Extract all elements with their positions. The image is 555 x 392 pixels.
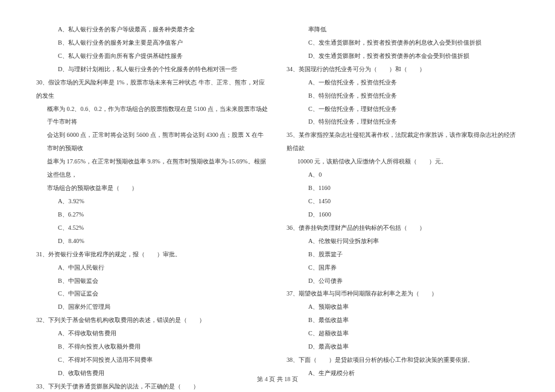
q37-opt-c: C、超额收益率 (287, 327, 519, 340)
q31-opt-b: B、中国银监会 (36, 274, 268, 288)
q32-opt-b: B、不得向投资人收取额外费用 (36, 340, 268, 353)
q29-opt-b: B、私人银行业务的服务对象主要是高净值客户 (36, 36, 268, 49)
q34: 34、英国现行的信托业务可分为（ ）和（ ） (287, 63, 519, 76)
q31-opt-d: D、国家外汇管理局 (36, 300, 268, 314)
q35-opt-a: A、0 (287, 168, 519, 182)
q34-opt-a: A、一般信托业务，投资信托业务 (287, 76, 519, 89)
q36-opt-b: B、股票篮子 (287, 248, 519, 261)
q35-line1: 35、某作家指控某杂志社侵犯其著作权，法院裁定作家胜诉，该作家取得杂志社的经济赔… (287, 128, 519, 155)
q33-opt-d: D、发生通货膨胀时，投资者投资债券的本金会受到价值折损 (287, 49, 519, 63)
q30-line5: 市场组合的预期收益率是（ ） (36, 182, 268, 195)
right-column: 率降低 C、发生通货膨胀时，投资者投资债券的利息收入会受到价值折损 D、发生通货… (287, 23, 519, 392)
q34-opt-b: B、特别信托业务，投资信托业务 (287, 89, 519, 103)
q35-opt-d: D、1600 (287, 208, 519, 221)
exam-page: A、私人银行业务的客户等级最高，服务种类最齐全 B、私人银行业务的服务对象主要是… (0, 0, 555, 392)
q38: 38、下面（ ）是贷款项目分析的核心工作和贷款决策的重要依据。 (287, 353, 519, 367)
q29-opt-c: C、私人银行业务面向所有客户提供基础性服务 (36, 49, 268, 63)
q35-opt-c: C、1450 (287, 195, 519, 208)
q37-opt-d: D、最高收益率 (287, 340, 519, 353)
q32: 32、下列关于基金销售机构收取费用的表述，错误的是（ ） (36, 314, 268, 327)
q30-line2: 概率为 0.2、0.6、0.2，作为市场组合的股票指数现在是 5100 点，当未… (36, 103, 268, 129)
page-footer: 第 4 页 共 18 页 (0, 375, 555, 384)
q30-opt-c: C、4.52% (36, 221, 268, 235)
q32-opt-c: C、不得对不同投资人适用不同费率 (36, 353, 268, 367)
q35-line2: 10000 元，该赔偿收入应缴纳个人所得税额（ ）元。 (287, 155, 519, 168)
q32-opt-a: A、不得收取销售费用 (36, 327, 268, 340)
q30-opt-a: A、3.92% (36, 195, 268, 208)
q31-opt-a: A、中国人民银行 (36, 261, 268, 274)
q33-opt-b-cont: 率降低 (287, 23, 519, 36)
q31-opt-c: C、中国证监会 (36, 287, 268, 300)
q36-opt-d: D、公司债券 (287, 274, 519, 288)
q30-line3: 会达到 6000 点，正常时将会达到 5600 点，熊市时将会达到 4300 点… (36, 128, 268, 155)
q37-opt-b: B、最低收益率 (287, 314, 519, 327)
left-column: A、私人银行业务的客户等级最高，服务种类最齐全 B、私人银行业务的服务对象主要是… (36, 23, 268, 392)
q31: 31、外资银行业务审批程序的规定，报（ ）审批。 (36, 248, 268, 261)
q33-opt-c: C、发生通货膨胀时，投资者投资债券的利息收入会受到价值折损 (287, 36, 519, 49)
q35-opt-b: B、1160 (287, 182, 519, 195)
q29-opt-d: D、与理财计划相比，私人银行业务的个性化服务的特色相对强一些 (36, 63, 268, 76)
q30-line4: 益率为 17.65%，在正常时预期收益率 9.8%，在熊市时预期收益率为-15.… (36, 155, 268, 182)
q37-opt-a: A、预期收益率 (287, 300, 519, 314)
q30-line1: 30、假设市场的无风险利率是 1%，股票市场未来有三种状态 牛市、正常、熊市，对… (36, 76, 268, 103)
q34-opt-c: C、一般信托业务，理财信托业务 (287, 103, 519, 116)
q29-opt-a: A、私人银行业务的客户等级最高，服务种类最齐全 (36, 23, 268, 36)
q36: 36、债券挂钩类理财产品的挂钩标的不包括（ ） (287, 221, 519, 235)
q34-opt-d: D、特别信托业务，理财信托业务 (287, 115, 519, 128)
q37: 37、期望收益率与同币种同期限存款利率之差为（ ） (287, 287, 519, 300)
q36-opt-c: C、国库券 (287, 261, 519, 274)
q30-opt-d: D、8.40% (36, 235, 268, 248)
q30-opt-b: B、6.27% (36, 208, 268, 221)
q36-opt-a: A、伦敦银行同业拆放利率 (287, 235, 519, 248)
